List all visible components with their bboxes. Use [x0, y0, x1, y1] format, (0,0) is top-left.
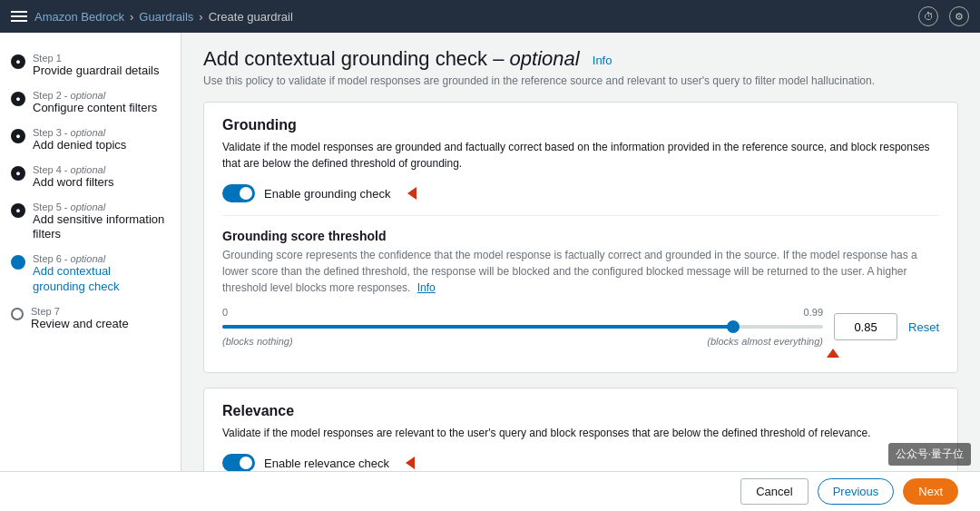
- step-2-title: Configure content filters: [33, 101, 157, 116]
- step-7-num: Step 7: [31, 306, 129, 317]
- sidebar-step-2[interactable]: ● Step 2 - optional Configure content fi…: [0, 84, 181, 122]
- grounding-card: Grounding Validate if the model response…: [203, 102, 958, 373]
- page-title: Add contextual grounding check – optiona…: [203, 47, 958, 71]
- grounding-toggle-row: Enable grounding check: [222, 184, 939, 202]
- top-nav: Amazon Bedrock › Guardrails › Create gua…: [0, 0, 980, 33]
- grounding-arrow-indicator: [407, 187, 416, 200]
- grounding-toggle[interactable]: [222, 184, 255, 202]
- step-5-num: Step 5 - optional: [33, 201, 166, 212]
- sidebar-step-5[interactable]: ● Step 5 - optional Add sensitive inform…: [0, 196, 181, 249]
- grounding-slider-container: 0 0.99 (blocks nothing) (blocks almost e…: [222, 307, 823, 347]
- relevance-toggle-row: Enable relevance check: [222, 454, 939, 472]
- breadcrumb-sep2: ›: [199, 10, 202, 24]
- relevance-toggle-label: Enable relevance check: [264, 457, 389, 470]
- optional-label: optional: [510, 47, 580, 70]
- step-7-indicator: [11, 308, 24, 320]
- relevance-title: Relevance: [222, 403, 939, 419]
- relevance-arrow-indicator: [406, 457, 415, 469]
- breadcrumb-root[interactable]: Amazon Bedrock: [34, 10, 124, 24]
- grounding-up-arrow: [827, 349, 839, 358]
- sidebar-step-7[interactable]: Step 7 Review and create: [0, 300, 181, 338]
- step-1-title: Provide guardrail details: [33, 64, 159, 79]
- grounding-slider-labels: (blocks nothing) (blocks almost everythi…: [222, 336, 823, 347]
- grounding-threshold-info-link[interactable]: Info: [417, 281, 436, 294]
- grounding-slider-minmax: 0 0.99: [222, 307, 823, 318]
- step-5-title: Add sensitive information filters: [33, 212, 166, 243]
- main-content: Add contextual grounding check – optiona…: [181, 33, 980, 511]
- info-link[interactable]: Info: [593, 54, 612, 67]
- step-2-indicator: ●: [11, 92, 25, 106]
- grounding-score-input[interactable]: [834, 313, 897, 340]
- previous-button[interactable]: Previous: [818, 478, 895, 505]
- grounding-slider-row: 0 0.99 (blocks nothing) (blocks almost e…: [222, 307, 939, 347]
- sidebar: ● Step 1 Provide guardrail details ● Ste…: [0, 33, 181, 511]
- relevance-desc: Validate if the model responses are rele…: [222, 425, 939, 441]
- step-4-indicator: ●: [11, 166, 25, 181]
- step-7-title: Review and create: [31, 317, 129, 332]
- step-6-indicator: [11, 255, 25, 270]
- step-3-num: Step 3 - optional: [33, 127, 126, 138]
- sidebar-step-6[interactable]: Step 6 - optional Add contextual groundi…: [0, 248, 181, 300]
- grounding-threshold-title: Grounding score threshold: [222, 229, 939, 243]
- step-4-num: Step 4 - optional: [33, 164, 114, 175]
- sidebar-step-1[interactable]: ● Step 1 Provide guardrail details: [0, 47, 181, 84]
- footer: Cancel Previous Next: [0, 471, 980, 511]
- step-3-indicator: ●: [11, 129, 25, 143]
- sidebar-step-3[interactable]: ● Step 3 - optional Add denied topics: [0, 122, 181, 159]
- grounding-toggle-label: Enable grounding check: [264, 187, 391, 201]
- relevance-toggle[interactable]: [222, 454, 255, 472]
- step-1-indicator: ●: [11, 54, 25, 69]
- step-3-title: Add denied topics: [33, 138, 126, 153]
- notifications-icon[interactable]: ⏱: [918, 6, 938, 26]
- step-1-num: Step 1: [33, 53, 159, 64]
- step-5-indicator: ●: [11, 203, 25, 218]
- breadcrumb: Amazon Bedrock › Guardrails › Create gua…: [34, 10, 293, 24]
- grounding-desc: Validate if the model responses are grou…: [222, 139, 939, 172]
- breadcrumb-level2: Create guardrail: [209, 10, 293, 24]
- step-2-num: Step 2 - optional: [33, 90, 157, 101]
- cancel-button[interactable]: Cancel: [740, 478, 808, 505]
- breadcrumb-sep1: ›: [130, 10, 133, 24]
- grounding-slider-thumb[interactable]: [727, 320, 740, 333]
- step-6-title: Add contextual grounding check: [33, 264, 166, 295]
- grounding-slider-fill: [222, 325, 733, 329]
- breadcrumb-level1[interactable]: Guardrails: [139, 10, 193, 24]
- step-6-num: Step 6 - optional: [33, 253, 166, 264]
- grounding-threshold-desc: Grounding score represents the confidenc…: [222, 247, 939, 296]
- page-subtitle: Use this policy to validate if model res…: [203, 74, 958, 87]
- grounding-title: Grounding: [222, 117, 939, 133]
- next-button[interactable]: Next: [903, 478, 958, 505]
- step-4-title: Add word filters: [33, 175, 114, 191]
- menu-icon[interactable]: [11, 11, 27, 22]
- grounding-slider-track[interactable]: [222, 325, 823, 329]
- settings-icon[interactable]: ⚙: [949, 6, 969, 26]
- grounding-reset-link[interactable]: Reset: [908, 320, 939, 334]
- sidebar-step-4[interactable]: ● Step 4 - optional Add word filters: [0, 159, 181, 196]
